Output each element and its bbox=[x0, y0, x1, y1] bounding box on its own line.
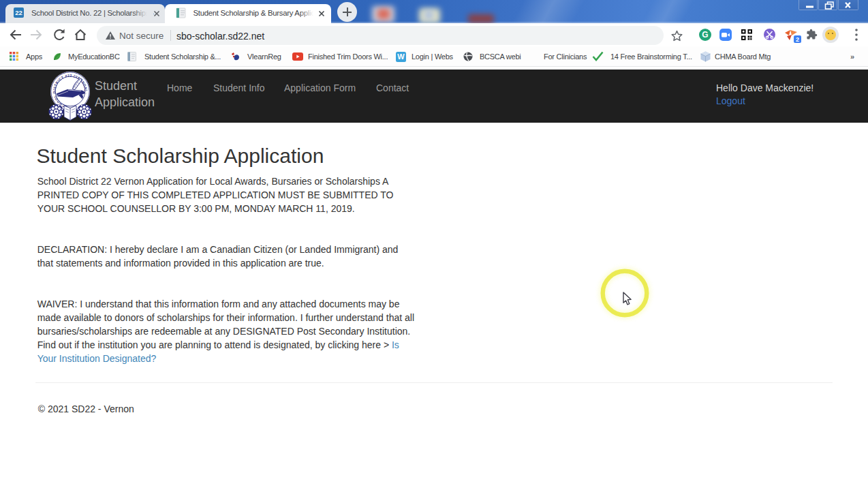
svg-text:2: 2 bbox=[796, 36, 799, 43]
